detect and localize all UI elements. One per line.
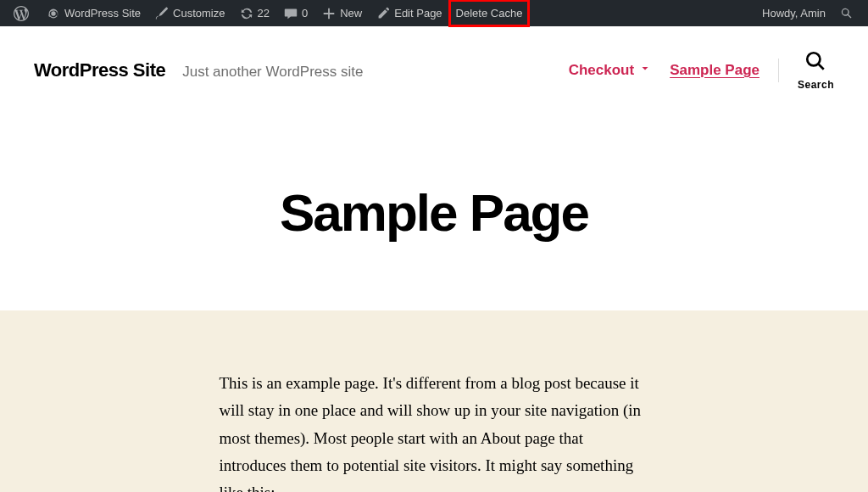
svg-line-1 <box>819 64 825 70</box>
edit-page-label: Edit Page <box>394 7 442 20</box>
search-icon <box>839 6 854 21</box>
plus-icon <box>321 6 337 21</box>
site-branding: WordPress Site Just another WordPress si… <box>34 59 363 81</box>
nav-separator <box>778 59 779 82</box>
entry-inner: This is an example page. It's different … <box>187 370 682 492</box>
search-icon <box>804 50 826 75</box>
entry-content: This is an example page. It's different … <box>0 310 868 492</box>
nav-checkout[interactable]: Checkout <box>569 62 651 79</box>
new-label: New <box>340 7 362 20</box>
wp-logo[interactable] <box>7 0 39 26</box>
wp-admin-bar: WordPress Site Customize 22 0 New <box>0 0 868 26</box>
search-label: Search <box>798 79 834 91</box>
my-account[interactable]: Howdy, Amin <box>755 0 832 26</box>
page-hero: Sample Page <box>0 108 868 310</box>
site-header: WordPress Site Just another WordPress si… <box>0 26 868 108</box>
admin-bar-left: WordPress Site Customize 22 0 New <box>7 0 529 26</box>
svg-point-0 <box>808 53 821 65</box>
page-title: Sample Page <box>0 182 868 243</box>
howdy-label: Howdy, Amin <box>762 7 826 20</box>
comments-link[interactable]: 0 <box>276 0 314 26</box>
site-name-link[interactable]: WordPress Site <box>39 0 147 26</box>
wordpress-icon <box>14 6 29 21</box>
admin-search[interactable] <box>832 0 861 26</box>
site-title[interactable]: WordPress Site <box>34 59 165 81</box>
primary-nav: Checkout Sample Page Search <box>569 50 834 91</box>
nav-sample-page-label: Sample Page <box>670 62 760 79</box>
nav-checkout-label: Checkout <box>569 62 634 79</box>
customize-link[interactable]: Customize <box>147 0 231 26</box>
admin-bar-right: Howdy, Amin <box>755 0 861 26</box>
comments-icon <box>283 6 298 21</box>
customize-icon <box>154 6 170 21</box>
search-toggle[interactable]: Search <box>798 50 834 91</box>
customize-label: Customize <box>173 7 225 20</box>
site-tagline: Just another WordPress site <box>182 64 363 81</box>
edit-icon <box>376 6 391 21</box>
delete-cache-label: Delete Cache <box>456 7 523 20</box>
site-name-label: WordPress Site <box>64 7 141 20</box>
edit-page-link[interactable]: Edit Page <box>369 0 448 26</box>
updates-icon <box>239 6 254 21</box>
delete-cache-link[interactable]: Delete Cache <box>449 0 530 26</box>
updates-count: 22 <box>258 7 270 20</box>
nav-sample-page[interactable]: Sample Page <box>670 62 760 79</box>
updates-link[interactable]: 22 <box>232 0 276 26</box>
dashboard-icon <box>46 6 61 21</box>
chevron-down-icon <box>639 62 651 79</box>
entry-paragraph: This is an example page. It's different … <box>220 370 649 492</box>
comments-count: 0 <box>302 7 308 20</box>
new-content-link[interactable]: New <box>314 0 369 26</box>
